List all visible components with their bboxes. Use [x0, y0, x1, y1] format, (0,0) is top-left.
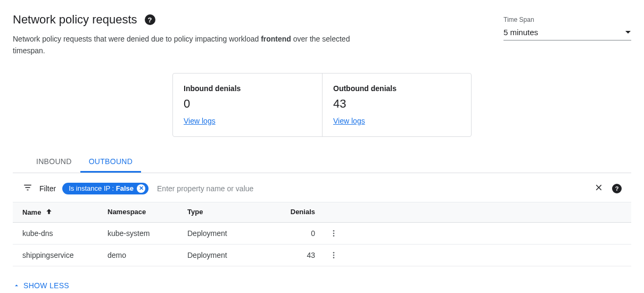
svg-point-2 [333, 235, 335, 237]
filter-input[interactable] [155, 182, 585, 195]
show-less-button[interactable]: Show Less [13, 281, 69, 290]
svg-point-5 [333, 257, 335, 258]
page-subtitle: Network policy requests that were denied… [13, 33, 353, 57]
col-header-type[interactable]: Type [187, 208, 283, 217]
inbound-view-logs-link[interactable]: View logs [184, 117, 216, 125]
row-actions-icon[interactable] [327, 249, 340, 262]
chip-remove-icon[interactable]: ✕ [137, 184, 145, 193]
direction-tabs: Inbound Outbound [13, 152, 631, 173]
svg-point-1 [333, 232, 335, 234]
col-header-denials[interactable]: Denials [283, 208, 315, 217]
cell-name: shippingservice [22, 251, 108, 259]
table-row: kube-dns kube-system Deployment 0 [13, 223, 631, 245]
table-row: shippingservice demo Deployment 43 [13, 245, 631, 266]
svg-point-0 [333, 230, 335, 232]
denials-table: Name Namespace Type Denials kube-dns kub… [13, 202, 631, 266]
table-header-row: Name Namespace Type Denials [13, 202, 631, 223]
tab-outbound[interactable]: Outbound [80, 152, 142, 173]
inbound-card-title: Inbound denials [184, 84, 308, 93]
filter-help-icon[interactable]: ? [612, 184, 622, 193]
clear-filter-icon[interactable] [592, 181, 606, 197]
tab-inbound[interactable]: Inbound [28, 152, 80, 173]
filter-label: Filter [39, 184, 56, 193]
cell-type: Deployment [187, 229, 283, 238]
timespan-value: 5 minutes [503, 28, 538, 37]
denials-summary-cards: Inbound denials 0 View logs Outbound den… [172, 73, 472, 137]
outbound-view-logs-link[interactable]: View logs [333, 117, 365, 125]
filter-chip-is-instance-ip[interactable]: Is instance IP : False ✕ [62, 183, 148, 194]
sort-ascending-icon [45, 208, 53, 217]
show-less-label: Show Less [23, 281, 69, 290]
subtitle-bold: frontend [261, 35, 291, 43]
timespan-selector[interactable]: Time Span 5 minutes [503, 13, 631, 40]
chip-key: Is instance IP : [69, 184, 116, 192]
outbound-card-value: 43 [333, 97, 457, 111]
col-header-name[interactable]: Name [22, 208, 108, 217]
outbound-denials-card: Outbound denials 43 View logs [322, 74, 471, 136]
row-actions-icon[interactable] [327, 227, 340, 240]
cell-denials: 0 [283, 229, 315, 238]
cell-type: Deployment [187, 251, 283, 259]
filter-icon [22, 183, 33, 194]
chevron-up-icon [13, 282, 20, 289]
inbound-denials-card: Inbound denials 0 View logs [173, 74, 322, 136]
svg-point-3 [333, 252, 335, 254]
cell-denials: 43 [283, 251, 315, 259]
svg-point-4 [333, 254, 335, 256]
subtitle-pre: Network policy requests that were denied… [13, 35, 261, 43]
page-title: Network policy requests [13, 13, 137, 27]
inbound-card-value: 0 [184, 97, 308, 111]
cell-namespace: kube-system [108, 229, 187, 238]
chip-value: False [116, 184, 134, 192]
chevron-down-icon [625, 30, 631, 35]
col-header-name-label: Name [22, 208, 41, 216]
cell-name: kube-dns [22, 229, 108, 238]
col-header-namespace[interactable]: Namespace [108, 208, 187, 217]
filter-bar: Filter Is instance IP : False ✕ ? [13, 175, 631, 202]
help-icon[interactable]: ? [145, 14, 155, 25]
timespan-label: Time Span [503, 16, 631, 23]
cell-namespace: demo [108, 251, 187, 259]
outbound-card-title: Outbound denials [333, 84, 457, 93]
